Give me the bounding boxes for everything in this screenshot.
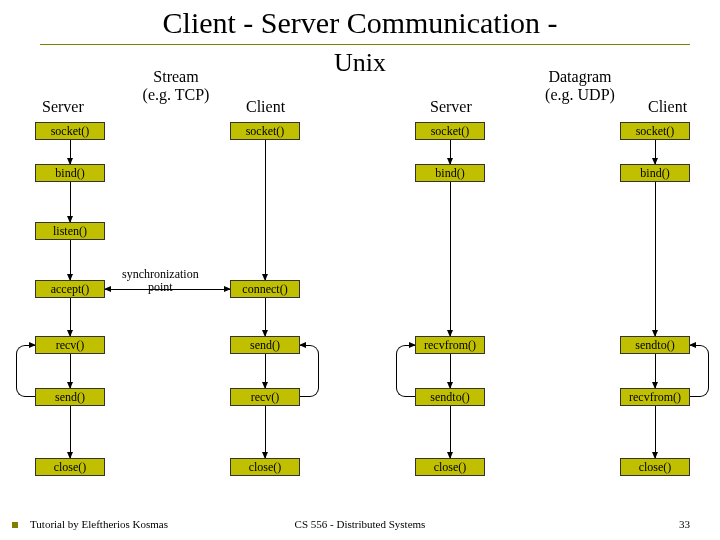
tcp-server-accept: accept() [35,280,105,298]
arrow [70,140,71,164]
udp-server-header: Server [430,98,472,116]
arrow [655,354,656,388]
udp-client-sendto: sendto() [620,336,690,354]
arrow [450,354,451,388]
udp-server-close: close() [415,458,485,476]
arrow [655,140,656,164]
loop-udp-client [690,345,709,397]
footer-course: CS 556 - Distributed Systems [0,518,720,530]
udp-client-header: Client [648,98,687,116]
page-number: 33 [679,518,690,530]
arrow [70,182,71,222]
tcp-server-close: close() [35,458,105,476]
arrow [450,182,451,336]
arrow [265,354,266,388]
tcp-client-close: close() [230,458,300,476]
arrow [265,140,266,280]
arrow [450,406,451,458]
arrow [265,298,266,336]
arrow [655,182,656,336]
tcp-client-header: Client [246,98,285,116]
tcp-server-recv: recv() [35,336,105,354]
sync-arrow [105,289,230,290]
tcp-server-bind: bind() [35,164,105,182]
arrow [655,406,656,458]
tcp-server-listen: listen() [35,222,105,240]
arrow [265,406,266,458]
arrow [70,406,71,458]
udp-server-socket: socket() [415,122,485,140]
tcp-server-socket: socket() [35,122,105,140]
udp-server-sendto: sendto() [415,388,485,406]
udp-client-socket: socket() [620,122,690,140]
loop-tcp-client [300,345,319,397]
loop-arrow [690,345,709,346]
tcp-server-send: send() [35,388,105,406]
loop-arrow [16,345,35,346]
datagram-label: Datagram (e.g. UDP) [530,68,630,104]
loop-arrow [300,345,319,346]
tcp-client-recv: recv() [230,388,300,406]
page-title: Client - Server Communication - [0,6,720,40]
arrow [70,240,71,280]
arrow [70,298,71,336]
arrow [70,354,71,388]
udp-client-recvfrom: recvfrom() [620,388,690,406]
tcp-client-socket: socket() [230,122,300,140]
loop-udp-server [396,345,415,397]
udp-client-bind: bind() [620,164,690,182]
udp-server-recvfrom: recvfrom() [415,336,485,354]
loop-tcp-server [16,345,35,397]
tcp-server-header: Server [42,98,84,116]
udp-server-bind: bind() [415,164,485,182]
stream-label: Stream (e.g. TCP) [126,68,226,104]
tcp-client-connect: connect() [230,280,300,298]
arrow [450,140,451,164]
loop-arrow [396,345,415,346]
title-underline [40,44,690,45]
tcp-client-send: send() [230,336,300,354]
udp-client-close: close() [620,458,690,476]
